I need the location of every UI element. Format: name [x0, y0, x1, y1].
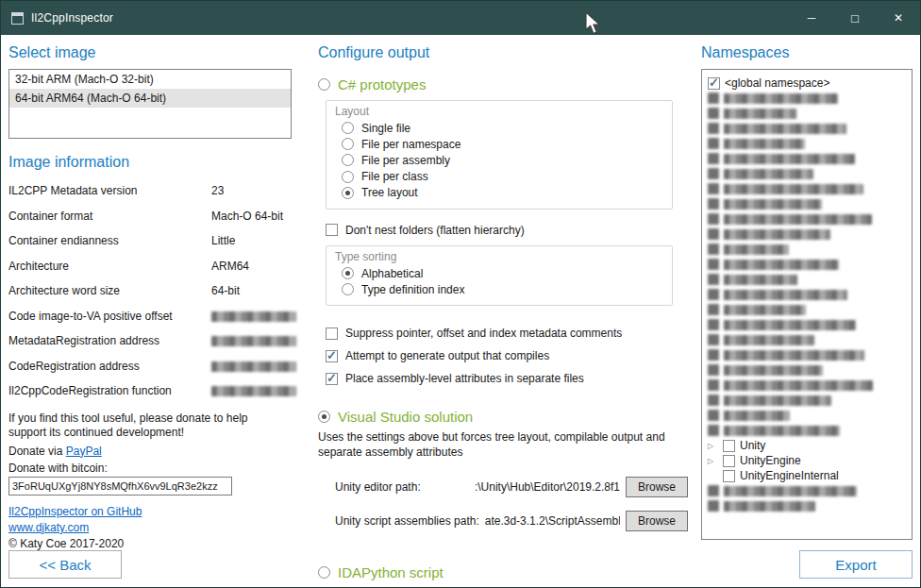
expander-icon[interactable]: ▷ — [708, 442, 718, 450]
namespace-item[interactable] — [708, 211, 908, 227]
separate-attrs-checkbox-row[interactable]: Place assembly-level attributes in separ… — [326, 372, 688, 385]
image-list-item[interactable]: 64-bit ARM64 (Mach-O 64-bit) — [9, 89, 291, 108]
redacted-namespace-label — [724, 93, 838, 104]
checkbox-icon — [326, 350, 338, 362]
namespace-item[interactable] — [708, 362, 908, 378]
github-link[interactable]: Il2CppInspector on GitHub — [8, 505, 292, 518]
checkbox-icon — [326, 224, 338, 236]
layout-option[interactable]: Single file — [342, 120, 662, 136]
window-title: Il2CppInspector — [31, 11, 113, 25]
namespace-item[interactable] — [708, 393, 908, 408]
namespace-item[interactable] — [708, 483, 908, 498]
info-label: Container format — [8, 210, 211, 223]
namespace-item[interactable] — [708, 317, 908, 332]
redacted-checkbox — [708, 334, 719, 345]
redacted-checkbox — [708, 153, 719, 164]
export-button[interactable]: Export — [799, 550, 913, 579]
info-row: Architecture word size64-bit — [8, 284, 292, 297]
namespace-item[interactable] — [708, 151, 908, 166]
checkbox-label: Place assembly-level attributes in separ… — [345, 372, 584, 385]
close-button[interactable]: ✕ — [877, 1, 920, 35]
namespace-item[interactable] — [708, 408, 908, 423]
namespace-item[interactable]: <global namespace> — [708, 76, 908, 91]
redacted-namespace-label — [724, 214, 872, 225]
visual-studio-option[interactable]: Visual Studio solution — [318, 409, 688, 425]
option-label: Single file — [361, 122, 410, 135]
namespace-item[interactable] — [708, 498, 908, 513]
titlebar[interactable]: Il2CppInspector ─ □ ✕ — [1, 1, 920, 35]
info-label: Il2CppCodeRegistration function — [8, 384, 211, 397]
redacted-namespace-label — [724, 184, 863, 194]
maximize-button[interactable]: □ — [833, 1, 877, 35]
redacted-namespace-label — [724, 411, 790, 421]
type-sorting-option[interactable]: Type definition index — [342, 281, 662, 297]
attempt-compile-checkbox-row[interactable]: Attempt to generate output that compiles — [326, 349, 688, 362]
layout-option[interactable]: Tree layout — [342, 185, 662, 201]
unity-editor-path-row: Unity editor path: :\Unity\Hub\Editor\20… — [335, 477, 688, 497]
info-row: IL2CPP Metadata version23 — [8, 184, 292, 197]
redacted-namespace-label — [724, 486, 857, 496]
redacted-namespace-label — [724, 305, 806, 315]
browse-editor-button[interactable]: Browse — [626, 477, 688, 497]
redacted-namespace-label — [724, 260, 839, 270]
suppress-checkbox-row[interactable]: Suppress pointer, offset and index metad… — [326, 327, 688, 340]
namespace-item[interactable] — [708, 166, 908, 181]
groupbox-title: Type sorting — [335, 250, 396, 263]
redacted-checkbox — [708, 228, 719, 240]
redacted-checkbox — [708, 425, 719, 436]
csharp-prototypes-option[interactable]: C# prototypes — [318, 76, 688, 92]
namespace-item[interactable] — [708, 121, 908, 136]
namespace-item[interactable] — [708, 272, 908, 287]
namespace-checkbox[interactable] — [723, 470, 735, 482]
expander-icon[interactable]: ▷ — [708, 457, 718, 465]
idapython-option[interactable]: IDAPython script — [318, 564, 688, 580]
donate-bitcoin-label: Donate with bitcoin: — [8, 462, 292, 475]
minimize-button[interactable]: ─ — [790, 1, 833, 35]
layout-groupbox: Layout Single fileFile per namespaceFile… — [326, 100, 673, 210]
namespace-item[interactable] — [708, 378, 908, 393]
namespace-item[interactable] — [708, 242, 908, 257]
visual-studio-description: Uses the settings above but forces tree … — [318, 430, 678, 460]
namespace-item[interactable] — [708, 257, 908, 272]
back-button[interactable]: << Back — [8, 550, 122, 579]
namespace-item[interactable]: ▷Unity — [708, 438, 908, 453]
paypal-link[interactable]: PayPal — [66, 445, 102, 458]
layout-option[interactable]: File per class — [342, 169, 662, 185]
namespace-item[interactable] — [708, 196, 908, 211]
website-link[interactable]: www.djkaty.com — [8, 521, 292, 534]
namespace-item[interactable] — [708, 302, 908, 317]
bitcoin-address-input[interactable] — [8, 477, 232, 496]
namespace-item[interactable] — [708, 106, 908, 121]
namespace-item[interactable] — [708, 287, 908, 302]
namespace-item[interactable]: UnityEngineInternal — [708, 468, 908, 483]
copyright: © Katy Coe 2017-2020 — [8, 537, 292, 550]
browse-assemblies-button[interactable]: Browse — [626, 511, 688, 531]
namespace-item[interactable] — [708, 181, 908, 196]
namespace-item[interactable] — [708, 136, 908, 151]
namespace-item[interactable] — [708, 423, 908, 438]
namespace-checkbox[interactable] — [723, 440, 735, 452]
flatten-checkbox-row[interactable]: Don't nest folders (flatten hierarchy) — [326, 224, 688, 237]
image-list-item[interactable]: 32-bit ARM (Mach-O 32-bit) — [9, 70, 291, 89]
layout-option[interactable]: File per assembly — [342, 152, 662, 168]
radio-icon — [342, 154, 354, 166]
redacted-checkbox — [708, 259, 719, 270]
layout-option[interactable]: File per namespace — [342, 136, 662, 152]
checkbox-label: Attempt to generate output that compiles — [345, 349, 549, 362]
namespace-item[interactable] — [708, 347, 908, 362]
namespace-item[interactable] — [708, 91, 908, 106]
type-sorting-option[interactable]: Alphabetical — [342, 265, 662, 281]
redacted-namespace-label — [724, 124, 846, 134]
redacted-checkbox — [708, 349, 719, 361]
image-list[interactable]: 32-bit ARM (Mach-O 32-bit)64-bit ARM64 (… — [8, 69, 292, 139]
namespace-item[interactable]: ▷UnityEngine — [708, 453, 908, 468]
namespace-checkbox[interactable] — [708, 77, 720, 90]
namespace-item[interactable] — [708, 227, 908, 242]
unity-editor-path-label: Unity editor path: — [335, 480, 421, 494]
image-info-header: Image information — [8, 154, 292, 171]
namespace-checkbox[interactable] — [723, 455, 735, 467]
namespace-item[interactable] — [708, 332, 908, 347]
namespaces-header: Namespaces — [701, 44, 913, 61]
info-label: Architecture word size — [8, 284, 211, 297]
namespace-list[interactable]: <global namespace>▷Unity▷UnityEngineUnit… — [701, 69, 913, 540]
